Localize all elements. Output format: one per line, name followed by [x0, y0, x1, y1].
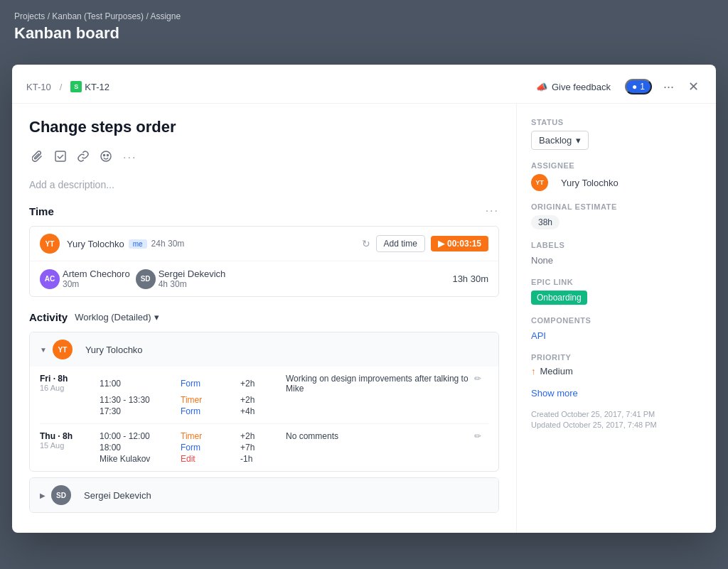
fri-delta-1: +2h: [240, 379, 283, 389]
eye-icon: ●: [632, 82, 637, 92]
show-more-link[interactable]: Show more: [531, 388, 702, 399]
worklog-day-thu: Thu · 8h 15 Aug 10:00 - 12:00 Timer +2h …: [40, 424, 488, 471]
fri-delta-2: +2h: [240, 395, 283, 405]
fri-time-2: 11:30 - 13:30: [100, 395, 178, 405]
add-time-button[interactable]: Add time: [376, 235, 425, 252]
worklog-section-yury: ▼ YT Yury Tolochko Fri · 8h 16 Aug: [29, 332, 499, 472]
fri-source-2[interactable]: Timer: [181, 395, 237, 405]
thu-time-1: 10:00 - 12:00: [100, 431, 178, 441]
emoji-button[interactable]: [97, 148, 114, 168]
thu-day-label: Thu · 8h: [40, 431, 97, 441]
fri-row-2: 11:30 - 13:30 Timer +2h: [100, 395, 471, 405]
sergei-name-small: Sergei Dekevich: [159, 269, 226, 279]
status-label: STATUS: [531, 118, 702, 126]
svg-rect-0: [55, 151, 65, 161]
fri-source-3[interactable]: Form: [181, 406, 237, 416]
modal-header-actions: 📣 Give feedback ● 1 ··· ✕: [530, 76, 702, 97]
fri-time-1: 11:00: [100, 379, 178, 389]
modal-overlay: KT-10 / S KT-12 📣 Give feedback ● 1 ··· …: [0, 0, 728, 569]
thu-source-3[interactable]: Edit: [181, 454, 237, 464]
fri-delta-3: +4h: [240, 406, 283, 416]
thu-delta-3: -1h: [240, 454, 283, 464]
fri-date: 16 Aug: [40, 384, 97, 392]
thu-date: 15 Aug: [40, 441, 97, 450]
paperclip-icon: [32, 151, 43, 165]
link-icon: [77, 151, 89, 165]
fri-time-3: 17:30: [100, 406, 178, 416]
fri-comment-1: Working on design improvements after tal…: [286, 374, 471, 394]
estimate-label: ORIGINAL ESTIMATE: [531, 202, 702, 211]
refresh-button[interactable]: ↻: [362, 238, 370, 249]
yury-name: Yury Tolochko: [67, 239, 124, 249]
smiley-icon: [100, 151, 112, 165]
worklog-type-dropdown[interactable]: Worklog (Detailed) ▾: [75, 312, 159, 323]
thu-delta-1: +2h: [240, 431, 283, 441]
worklog-yury-header[interactable]: ▼ YT Yury Tolochko: [30, 332, 498, 367]
estimate-value: 38h: [531, 215, 560, 229]
priority-row: ↑ Medium: [531, 366, 702, 376]
close-button[interactable]: ✕: [685, 76, 702, 97]
thu-row-3: Mike Kulakov Edit -1h: [100, 454, 471, 464]
thu-delta-2: +7h: [240, 443, 283, 453]
status-value: Backlog: [539, 135, 572, 146]
thu-row-1: 10:00 - 12:00 Timer +2h No comments: [100, 431, 471, 441]
labels-label: LABELS: [531, 241, 702, 249]
sergei-time-small: 4h 30m: [159, 279, 226, 289]
time-entries-list: YT Yury Tolochko me 24h 30m ↻ Add time ▶…: [29, 226, 499, 297]
fri-row-1: 11:00 Form +2h Working on design improve…: [100, 374, 471, 394]
link-button[interactable]: [75, 148, 92, 168]
worklog-day-fri: Fri · 8h 16 Aug 11:00 Form +2h Working o…: [40, 367, 488, 424]
components-value[interactable]: API: [531, 330, 546, 341]
status-dropdown[interactable]: Backlog ▾: [531, 131, 589, 150]
worklog-section-sergei: ▶ SD Sergei Dekevich: [29, 477, 499, 513]
attach-button[interactable]: [29, 148, 46, 168]
priority-field: PRIORITY ↑ Medium: [531, 353, 702, 376]
created-date: Created October 25, 2017, 7:41 PM: [531, 410, 702, 418]
avatar-sergei-worklog: SD: [51, 485, 71, 505]
time-section-header: Time ···: [29, 205, 499, 217]
fri-source-1[interactable]: Form: [181, 379, 237, 389]
components-field: COMPONENTS API: [531, 316, 702, 342]
give-feedback-button[interactable]: 📣 Give feedback: [530, 79, 616, 95]
thu-source-2[interactable]: Form: [181, 443, 237, 453]
megaphone-icon: 📣: [536, 82, 547, 92]
parent-key[interactable]: KT-10: [26, 82, 51, 92]
thu-source-1[interactable]: Timer: [181, 431, 237, 441]
epic-value[interactable]: Onboarding: [531, 291, 587, 305]
time-section-title: Time: [29, 205, 54, 217]
avatar-artem: AC: [40, 269, 60, 289]
toolbar-more-button[interactable]: ···: [120, 148, 139, 167]
labels-value: None: [531, 255, 553, 266]
issue-modal: KT-10 / S KT-12 📣 Give feedback ● 1 ··· …: [12, 65, 716, 533]
checklist-button[interactable]: [52, 148, 69, 168]
description-field[interactable]: Add a description...: [29, 179, 499, 190]
me-badge: me: [129, 239, 147, 249]
yury-info: Yury Tolochko me 24h 30m: [67, 239, 362, 249]
assignee-field: ASSIGNEE YT Yury Tolochko: [531, 161, 702, 191]
thu-edit-icon[interactable]: ✏: [474, 431, 488, 441]
checklist-icon: [55, 151, 66, 165]
avatar-sergei-small: SD: [136, 269, 156, 289]
breadcrumb-separator: /: [60, 82, 63, 92]
modal-breadcrumb: KT-10 / S KT-12: [26, 81, 109, 92]
updated-date: Updated October 25, 2017, 7:48 PM: [531, 421, 702, 429]
activity-header: Activity Worklog (Detailed) ▾: [29, 311, 499, 323]
worklog-sergei-header[interactable]: ▶ SD Sergei Dekevich: [30, 478, 498, 512]
fri-row-3: 17:30 Form +4h: [100, 406, 471, 416]
epic-field: EPIC LINK Onboarding: [531, 278, 702, 305]
time-more-button[interactable]: ···: [486, 205, 499, 217]
avatar-yury: YT: [40, 234, 60, 254]
issue-type-icon: S: [70, 81, 82, 92]
current-key: S KT-12: [70, 81, 109, 92]
artem-time: 30m: [63, 279, 130, 289]
assignee-name: Yury Tolochko: [561, 178, 619, 188]
more-options-button[interactable]: ···: [660, 77, 677, 97]
svg-point-3: [107, 155, 109, 156]
estimate-field: ORIGINAL ESTIMATE 38h: [531, 202, 702, 229]
watch-button[interactable]: ● 1: [625, 79, 652, 94]
activity-title: Activity: [29, 311, 68, 323]
labels-field: LABELS None: [531, 241, 702, 266]
fri-edit-icon[interactable]: ✏: [474, 374, 488, 384]
chevron-down-yury: ▼: [40, 346, 47, 354]
sergei-worklog-name: Sergei Dekevich: [84, 490, 151, 501]
